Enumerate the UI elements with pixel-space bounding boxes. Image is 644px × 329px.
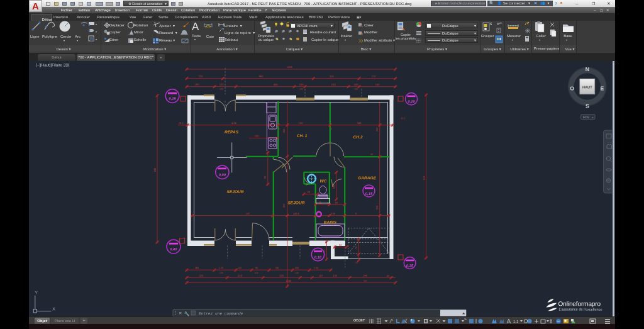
svg-text:SCG: SCG	[583, 115, 590, 119]
svg-text:68: 68	[335, 201, 338, 204]
svg-text:130: 130	[275, 266, 279, 269]
svg-text:215: 215	[255, 272, 258, 274]
svg-text:1:1: 1:1	[513, 320, 519, 323]
svg-text:160: 160	[195, 266, 199, 269]
svg-text:210: 210	[238, 274, 243, 277]
svg-text:303: 303	[375, 127, 379, 131]
svg-text:100: 100	[354, 83, 358, 86]
svg-text:160: 160	[375, 83, 380, 86]
svg-text:E: E	[601, 86, 604, 92]
svg-text:110: 110	[238, 266, 242, 269]
svg-text:125: 125	[299, 88, 303, 91]
svg-text:0,25: 0,25	[406, 264, 414, 267]
svg-text:0,40: 0,40	[170, 247, 177, 251]
svg-text:31.5: 31.5	[401, 117, 406, 120]
svg-text:O: O	[570, 85, 574, 91]
svg-text:135: 135	[295, 272, 299, 274]
svg-text:X: X	[52, 306, 55, 311]
svg-text:210: 210	[331, 83, 336, 86]
svg-text:80: 80	[255, 266, 258, 269]
svg-text:L’assurance de l’excellence: L’assurance de l’excellence	[558, 308, 602, 311]
svg-text:550: 550	[375, 205, 379, 209]
svg-text:8: 8	[355, 212, 357, 215]
svg-text:357: 357	[282, 203, 286, 208]
svg-text:5: 5	[279, 128, 280, 130]
svg-text:220: 220	[199, 274, 204, 277]
svg-text:160: 160	[331, 212, 336, 215]
svg-text:913: 913	[423, 176, 426, 180]
svg-text:SEJOUR: SEJOUR	[287, 200, 304, 204]
svg-text:HAUT: HAUT	[582, 85, 592, 89]
svg-text:🔧: 🔧	[184, 311, 190, 316]
svg-text:0,15: 0,15	[365, 192, 373, 196]
svg-text:SEJOUR: SEJOUR	[226, 189, 243, 194]
svg-text:CH. 1: CH. 1	[297, 133, 308, 138]
svg-text:75: 75	[319, 201, 322, 204]
svg-text:68: 68	[308, 191, 311, 194]
svg-text:260: 260	[364, 280, 367, 282]
svg-text:[−][Haut][Filaire 2D]: [−][Haut][Filaire 2D]	[36, 63, 70, 67]
svg-text:135: 135	[219, 272, 223, 274]
svg-text:100: 100	[255, 134, 259, 137]
svg-text:220: 220	[280, 274, 284, 277]
svg-text:100: 100	[295, 266, 299, 269]
svg-text:318: 318	[330, 75, 334, 78]
svg-text:S: S	[586, 103, 589, 109]
svg-text:78: 78	[355, 246, 358, 249]
svg-text:75: 75	[355, 262, 358, 264]
svg-text:0,00: 0,00	[219, 173, 226, 177]
svg-text:228: 228	[199, 74, 203, 77]
svg-text:0,25: 0,25	[169, 97, 176, 101]
svg-text:CH.2: CH.2	[353, 135, 363, 139]
svg-text:▾: ▾	[592, 116, 594, 119]
svg-text:60: 60	[264, 176, 267, 179]
svg-text:✕: ✕	[179, 311, 182, 315]
svg-text:5: 5	[331, 128, 332, 130]
svg-text:160: 160	[195, 83, 199, 86]
svg-text:BAINS: BAINS	[324, 220, 337, 225]
svg-text:457: 457	[247, 212, 251, 215]
svg-text:N: N	[586, 66, 589, 72]
svg-text:363: 363	[282, 128, 286, 133]
svg-text:WC: WC	[319, 179, 326, 183]
svg-text:350: 350	[274, 83, 278, 86]
svg-text:135: 135	[354, 88, 358, 91]
svg-text:40: 40	[370, 153, 373, 156]
svg-text:823: 823	[153, 167, 157, 172]
svg-text:120: 120	[219, 266, 224, 269]
svg-text:94: 94	[339, 243, 342, 247]
svg-text:GARAGE: GARAGE	[358, 176, 377, 180]
svg-text:343: 343	[357, 121, 362, 125]
svg-text:REPAS: REPAS	[225, 130, 239, 134]
svg-text:245.5: 245.5	[293, 212, 300, 215]
svg-text:32: 32	[387, 274, 390, 277]
svg-text:4.96: 4.96	[231, 121, 237, 125]
svg-text:120: 120	[219, 83, 224, 86]
svg-text:125: 125	[219, 87, 223, 90]
svg-text:100: 100	[333, 274, 338, 277]
svg-text:Onlineformapro: Onlineformapro	[558, 300, 601, 307]
svg-text:100: 100	[299, 121, 303, 125]
svg-text:Entrez une commande: Entrez une commande	[199, 311, 243, 316]
svg-text:218: 218	[372, 75, 376, 78]
svg-text:240: 240	[364, 274, 368, 277]
svg-text:962: 962	[332, 184, 335, 189]
svg-text:Y: Y	[35, 290, 38, 294]
svg-text:1288: 1288	[286, 279, 292, 282]
svg-text:130: 130	[314, 266, 319, 269]
svg-text:1288: 1288	[287, 65, 293, 69]
svg-text:468: 468	[259, 75, 264, 78]
svg-text:0,20: 0,20	[408, 99, 415, 103]
svg-text:100: 100	[299, 83, 304, 86]
svg-text:110: 110	[319, 274, 323, 277]
svg-text:31.5: 31.5	[179, 122, 184, 125]
svg-text:0,18: 0,18	[314, 255, 322, 259]
